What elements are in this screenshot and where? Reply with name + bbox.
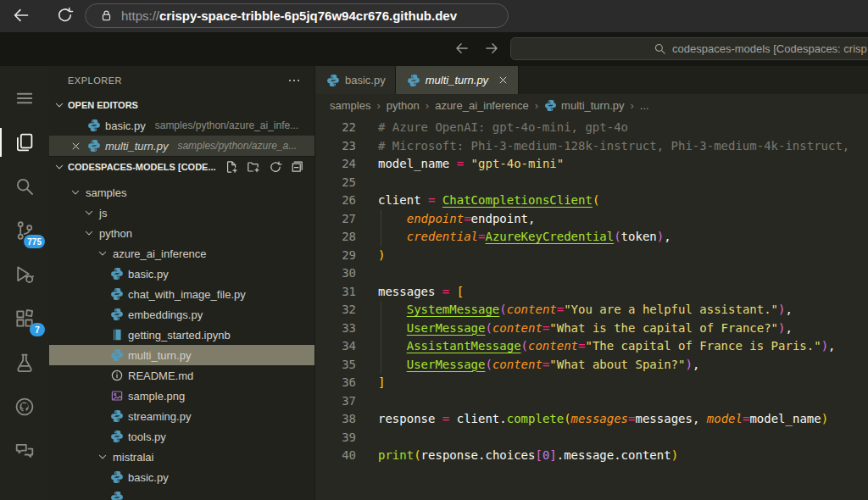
line-number: 36	[315, 374, 356, 392]
url-text: https://crispy-space-tribble-6p5jq76w94c…	[121, 8, 457, 23]
line-number: 30	[315, 264, 356, 283]
tree-item-folder-python[interactable]: python	[49, 223, 314, 243]
activity-item-explorer[interactable]	[0, 120, 49, 164]
tree-item-folder-azure_ai_inference[interactable]: azure_ai_inference	[49, 243, 314, 264]
browser-refresh-icon[interactable]	[56, 6, 74, 24]
breadcrumb-item-multi_turn.py[interactable]: multi_turn.py	[544, 99, 624, 112]
code-line[interactable]: 23# Microsoft: Phi-3-medium-128k-instruc…	[315, 137, 868, 156]
new-folder-icon[interactable]	[247, 160, 260, 174]
tree-item-label: basic.py	[128, 471, 169, 484]
breadcrumb-item-...[interactable]: ...	[640, 99, 649, 112]
tree-item-folder-mistralai[interactable]: mistralai	[49, 447, 314, 467]
close-icon[interactable]	[68, 141, 83, 152]
python-icon	[110, 348, 124, 362]
tree-item-multi_turn.py[interactable]: multi_turn.py	[49, 345, 314, 365]
address-bar[interactable]: https://crispy-space-tribble-6p5jq76w94c…	[85, 3, 509, 28]
indent-guide	[381, 228, 381, 247]
line-number: 22	[315, 119, 356, 137]
code-line[interactable]: 31messages = [	[315, 283, 868, 302]
tree-item-label: sample.png	[128, 390, 185, 403]
code-line[interactable]: 37	[315, 392, 868, 411]
breadcrumb-item-samples[interactable]: samples	[330, 99, 370, 112]
badge: 775	[24, 235, 45, 248]
collapse-all-icon[interactable]	[291, 160, 304, 174]
open-editor-basic.py[interactable]: basic.pysamples/python/azure_ai_infe...	[49, 115, 314, 136]
file-tree: samplesjspythonazure_ai_inferencebasic.p…	[49, 177, 314, 500]
close-icon[interactable]	[498, 75, 509, 86]
python-icon	[326, 74, 340, 87]
activity-item-testing[interactable]	[0, 341, 49, 385]
activity-item-extensions[interactable]: 7	[0, 297, 49, 341]
code-line[interactable]: 29)	[315, 247, 868, 265]
code-line-content: client = ChatCompletionsClient(	[378, 192, 599, 210]
code-line-content: model_name = "gpt-4o-mini"	[378, 155, 564, 174]
python-icon	[407, 74, 420, 87]
code-line[interactable]: 36]	[315, 374, 868, 392]
breadcrumb-item-python[interactable]: python	[387, 99, 420, 112]
open-editor-path: samples/python/azure_ai_infe...	[155, 119, 298, 131]
tree-item-chat_with_image_file.py[interactable]: chat_with_image_file.py	[49, 284, 314, 304]
activity-item-github[interactable]	[0, 385, 49, 429]
code-line[interactable]: 40print(response.choices[0].message.cont…	[315, 447, 868, 465]
indent-guide	[381, 337, 381, 356]
tree-item-README.md[interactable]: README.md	[49, 365, 314, 386]
open-editors-header[interactable]: OPEN EDITORS	[49, 95, 314, 115]
tree-item-tools.py[interactable]: tools.py	[49, 426, 314, 447]
tree-item-folder-js[interactable]: js	[49, 203, 314, 223]
breadcrumb-separator: ›	[376, 99, 380, 112]
code-line[interactable]: 24model_name = "gpt-4o-mini"	[315, 155, 868, 174]
browser-back-icon[interactable]	[12, 6, 31, 25]
code-line[interactable]: 30	[315, 264, 868, 283]
activity-item-source-control[interactable]: 775	[0, 208, 49, 253]
code-line-content: response = client.complete(messages=mess…	[378, 410, 828, 429]
comments-icon	[14, 441, 35, 461]
more-actions-icon[interactable]	[287, 74, 301, 87]
tree-item-embeddings.py[interactable]: embeddings.py	[49, 304, 314, 325]
open-editor-path: samples/python/azure_a...	[177, 140, 297, 152]
code-line[interactable]: 28 credential=AzureKeyCredential(token),	[315, 228, 868, 247]
python-icon	[87, 119, 101, 132]
code-line[interactable]: 27 endpoint=endpoint,	[315, 210, 868, 229]
tree-item-streaming.py[interactable]: streaming.py	[49, 406, 314, 426]
activity-item-run-debug[interactable]	[0, 253, 49, 297]
line-number: 33	[315, 319, 356, 338]
chevron-down-icon	[70, 186, 81, 198]
tab-basic.py[interactable]: basic.py	[315, 66, 396, 94]
activity-item-menu[interactable]	[0, 76, 49, 120]
tab-multi_turn.py[interactable]: multi_turn.py	[396, 66, 519, 94]
code-line[interactable]: 38response = client.complete(messages=me…	[315, 410, 868, 429]
code-line[interactable]: 34 AssistantMessage(content="The capital…	[315, 337, 868, 356]
tree-item-sample.png[interactable]: sample.png	[49, 386, 314, 406]
workspace-section-header[interactable]: CODESPACES-MODELS [CODE...	[49, 156, 314, 177]
tree-item-basic.py[interactable]: basic.py	[49, 264, 314, 284]
tree-item-folder-samples[interactable]: samples	[49, 182, 314, 203]
chevron-down-icon	[83, 227, 95, 239]
code-line-content: # Microsoft: Phi-3-medium-128k-instruct,…	[378, 137, 849, 156]
tree-item-partial[interactable]	[49, 487, 314, 500]
editor-forward-icon[interactable]	[484, 41, 499, 56]
info-icon	[110, 369, 124, 382]
code-line[interactable]: 33 UserMessage(content="What is the capi…	[315, 319, 868, 338]
breadcrumb-item-azure_ai_inference[interactable]: azure_ai_inference	[435, 99, 529, 112]
command-center[interactable]: codespaces-models [Codespaces: crisp	[510, 37, 868, 60]
code-line[interactable]: 32 SystemMessage(content="You are a help…	[315, 301, 868, 319]
line-number: 34	[315, 337, 356, 356]
activity-item-comments[interactable]	[0, 429, 49, 473]
tree-item-label: streaming.py	[128, 410, 191, 423]
code-line[interactable]: 25	[315, 174, 868, 192]
refresh-icon[interactable]	[269, 160, 282, 174]
open-editor-multi_turn.py[interactable]: multi_turn.pysamples/python/azure_a...	[49, 136, 314, 156]
tree-item-label: js	[99, 207, 107, 219]
tree-item-getting_started.ipynb[interactable]: getting_started.ipynb	[49, 325, 314, 345]
code-editor[interactable]: 22# Azure OpenAI: gpt-4o-mini, gpt-4o23#…	[315, 116, 868, 500]
tree-item-basic.py[interactable]: basic.py	[49, 467, 314, 487]
editor-back-icon[interactable]	[454, 41, 470, 56]
code-line[interactable]: 26client = ChatCompletionsClient(	[315, 192, 868, 210]
new-file-icon[interactable]	[225, 160, 238, 174]
lock-icon[interactable]	[99, 8, 114, 23]
line-number: 37	[315, 392, 356, 411]
code-line[interactable]: 22# Azure OpenAI: gpt-4o-mini, gpt-4o	[315, 119, 868, 137]
activity-item-search[interactable]	[0, 164, 49, 208]
code-line[interactable]: 39	[315, 429, 868, 447]
code-line[interactable]: 35 UserMessage(content="What about Spain…	[315, 356, 868, 375]
